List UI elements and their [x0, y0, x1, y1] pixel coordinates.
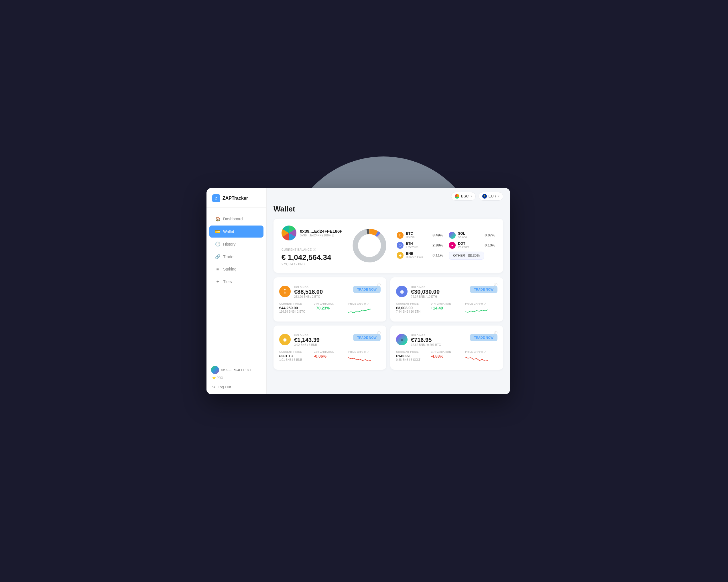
coin-pct: 2.88% [433, 243, 443, 247]
price-chart-sol [465, 355, 488, 363]
top-bar: BSC ▾ € EUR ▾ [267, 188, 510, 205]
holdings-value: €716.95 [411, 337, 467, 343]
price-chart-eth [465, 307, 488, 315]
holdings-value: €88,518.00 [294, 288, 350, 295]
holdings-grid: ⓘ ₿ HOLDINGS €88,518.00 233.96 BNB / 2 B… [274, 277, 503, 370]
tiers-icon: ✦ [215, 279, 220, 284]
network-label: BSC [461, 194, 469, 198]
other-label: OTHER [453, 254, 465, 258]
logout-icon: ↪ [212, 385, 215, 389]
holdings-label: HOLDINGS [411, 286, 467, 288]
sidebar-item-label: Trade [223, 254, 233, 259]
network-selector[interactable]: BSC ▾ [451, 192, 476, 201]
holding-details: CURRENT PRICE €3,003.00 7.94 BNB | 10 ET… [396, 302, 497, 317]
sidebar-item-trade[interactable]: 🔗 Trade [209, 251, 263, 263]
logout-button[interactable]: ↪ Log Out [211, 384, 262, 390]
crypto-legend: ₿ BTC Bitcoin 8.49% SOL [397, 231, 495, 260]
holding-card-sol: ⓘ ≡ HOLDINGS €716.95 32.62 BNB / 0.291 B… [390, 326, 503, 370]
staking-icon: ≡ [215, 267, 220, 272]
price-chart-btc [348, 307, 371, 315]
holding-header: ◆ HOLDINGS €1,143.39 3.02 BNB / 3 BNB TR… [279, 334, 381, 347]
coin-name: BTC [406, 231, 430, 235]
variation-block: 24H VARIATION +70.23% [314, 302, 346, 310]
holdings-sub: 32.62 BNB / 0.291 BTC [411, 343, 467, 347]
graph-block: PRICE GRAPH ⤢ [348, 302, 381, 317]
chevron-down-icon: ▾ [471, 195, 472, 198]
trade-now-button[interactable]: TRADE NOW [353, 286, 381, 293]
price-block: CURRENT PRICE €381.13 1.01 BNB | 3 BNB [279, 351, 312, 361]
holding-card-bnb: ⓘ ◆ HOLDINGS €1,143.39 3.02 BNB / 3 BNB … [274, 326, 386, 370]
sidebar-item-dashboard[interactable]: 🏠 Dashboard [209, 213, 263, 225]
pro-badge: ⭐ PRO [212, 376, 223, 379]
page-title: Wallet [274, 205, 503, 213]
sidebar-footer: 0x39....Ed24FFE186F ⭐ PRO ↪ Log Out [207, 362, 266, 394]
coin-pct: 8.49% [433, 233, 443, 237]
coin-pct: 0.13% [485, 243, 495, 247]
expand-icon: ⤢ [484, 302, 486, 305]
avatar [211, 366, 219, 374]
svg-point-6 [356, 231, 384, 260]
coin-subname: Solana [458, 235, 482, 239]
holding-header: ₿ HOLDINGS €88,518.00 233.96 BNB / 2 BTC… [279, 286, 381, 298]
holdings-label: HOLDINGS [294, 334, 350, 337]
sidebar-item-label: Dashboard [223, 217, 243, 221]
holding-card-eth: ⓘ ◈ HOLDINGS €30,030.00 79.37 BNB / 10 E… [390, 277, 503, 322]
legend-item-sol: SOL Solana 0.07% [449, 231, 495, 239]
sol-coin-icon: ≡ [396, 334, 408, 345]
home-icon: 🏠 [215, 217, 220, 222]
sidebar-item-tiers[interactable]: ✦ Tiers [209, 276, 263, 288]
balance-amount: € 1,042,564.34 [282, 253, 342, 262]
wallet-avatar-row: 0x39....Ed24FFE186F 0x39....Ed24FFE186F … [282, 226, 342, 241]
holdings-sub: 233.96 BNB / 2 BTC [294, 295, 350, 298]
sidebar-nav: 🏠 Dashboard 💳 Wallet 🕐 History 🔗 Trade ≡ [207, 208, 266, 362]
trade-now-button[interactable]: TRADE NOW [470, 286, 497, 293]
variation-block: 24H VARIATION -0.06% [314, 351, 346, 358]
trade-icon: 🔗 [215, 254, 220, 259]
expand-icon: ⤢ [367, 351, 369, 354]
trade-now-button[interactable]: TRADE NOW [470, 334, 497, 341]
copy-icon[interactable]: ⎘ [332, 233, 334, 237]
eth-icon: ⬡ [397, 242, 404, 249]
balance-label: CURRENT BALANCE ⓘ [282, 248, 342, 252]
btc-coin-icon: ₿ [279, 286, 291, 297]
graph-block: PRICE GRAPH ⤢ [465, 302, 497, 317]
footer-address: 0x39....Ed24FFE186F [222, 368, 252, 372]
holding-details: CURRENT PRICE €381.13 1.01 BNB | 3 BNB 2… [279, 351, 381, 364]
app-window: Z ZAPTracker 🏠 Dashboard 💳 Wallet 🕐 Hist… [207, 188, 510, 394]
variation-block: 24H VARIATION +14.49 [431, 302, 463, 310]
wallet-divider [282, 244, 342, 244]
holdings-sub: 3.02 BNB / 3 BNB [294, 343, 350, 347]
holdings-value: €1,143.39 [294, 337, 350, 343]
sidebar-item-label: Staking [223, 267, 237, 271]
coin-subname: Ethereum [406, 246, 430, 249]
holdings-value: €30,030.00 [411, 288, 467, 295]
sidebar-item-history[interactable]: 🕐 History [209, 238, 263, 250]
holding-card-btc: ⓘ ₿ HOLDINGS €88,518.00 233.96 BNB / 2 B… [274, 277, 386, 322]
trade-now-button[interactable]: TRADE NOW [353, 334, 381, 341]
wallet-address: 0x39....Ed24FFE186F ⎘ [300, 233, 342, 237]
footer-user: 0x39....Ed24FFE186F [211, 366, 262, 374]
wallet-summary-card: 0x39....Ed24FFE186F 0x39....Ed24FFE186F … [274, 219, 503, 273]
star-icon: ⭐ [212, 376, 216, 379]
other-pct: 88.30% [468, 254, 480, 258]
holding-details: CURRENT PRICE €44,259.00 116.98 BNB | 2 … [279, 302, 381, 317]
graph-block: PRICE GRAPH ⤢ [348, 351, 381, 364]
balance-sub: 273,874.17 BNB [282, 262, 342, 266]
sidebar-item-staking[interactable]: ≡ Staking [209, 263, 263, 275]
legend-item-eth: ⬡ ETH Ethereum 2.88% [397, 242, 443, 249]
variation-value: +14.49 [431, 306, 463, 310]
expand-icon: ⤢ [484, 351, 486, 354]
variation-block: 24H VARIATION -4.83% [431, 351, 463, 358]
legend-item-bnb: ◆ BNB Binance Coin 0.11% [397, 252, 443, 259]
price-block: CURRENT PRICE €3,003.00 7.94 BNB | 10 ET… [396, 302, 428, 313]
donut-chart [351, 227, 388, 264]
currency-label: EUR [489, 194, 496, 198]
dot-icon: ● [449, 242, 456, 249]
coin-name: BNB [406, 252, 430, 256]
holdings-label: HOLDINGS [294, 286, 350, 288]
sidebar-item-label: Wallet [223, 229, 234, 234]
currency-selector[interactable]: € EUR ▾ [478, 192, 503, 201]
sidebar-logo: Z ZAPTracker [207, 188, 266, 208]
sidebar-item-wallet[interactable]: 💳 Wallet [209, 226, 263, 237]
coin-name: DOT [458, 242, 482, 246]
